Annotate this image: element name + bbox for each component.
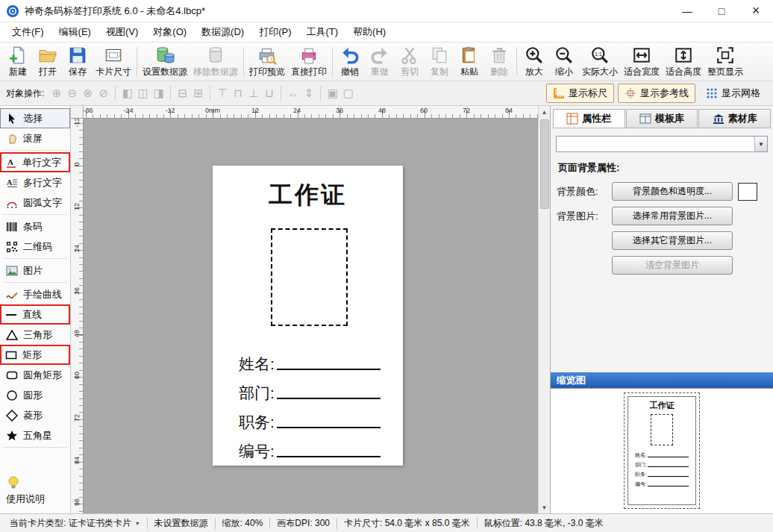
print-preview-button[interactable]: 打印预览	[246, 43, 288, 80]
zoom-in-button[interactable]: 放大	[519, 43, 549, 80]
tool-diamond[interactable]: 菱形	[0, 405, 70, 425]
chevron-down-icon[interactable]: ▼	[135, 521, 140, 526]
label-card[interactable]: 工作证 姓名: 部门: 职务: 编号:	[213, 166, 403, 466]
equal-h-spacing-icon[interactable]: ⊟	[175, 85, 190, 101]
subtract-icon[interactable]: ⊖	[64, 85, 80, 101]
undo-button[interactable]: 撤销	[335, 43, 365, 80]
card-field-row[interactable]: 职务:	[239, 401, 381, 431]
distribute-icon[interactable]: ⊔	[261, 85, 277, 101]
menu-edit[interactable]: 编辑(E)	[51, 22, 98, 42]
fit-width-button[interactable]: 适合宽度	[621, 43, 663, 80]
chevron-down-icon[interactable]: ▼	[754, 137, 767, 151]
object-selector-dropdown[interactable]: ▼	[556, 136, 768, 152]
save-button[interactable]: 保存	[63, 43, 93, 80]
same-height-icon[interactable]: ⇕	[301, 85, 316, 101]
tool-curve[interactable]: 手绘曲线	[0, 284, 70, 304]
align-middle-icon[interactable]: ⊓	[230, 85, 245, 101]
rect-icon	[4, 348, 18, 362]
tool-triangle[interactable]: 三角形	[0, 325, 70, 345]
card-field-row[interactable]: 编号:	[239, 431, 381, 460]
ungroup-icon[interactable]: ▢	[340, 85, 356, 101]
vertical-scrollbar[interactable]: ▲ ▼	[538, 106, 550, 513]
card-field-row[interactable]: 部门:	[239, 372, 381, 401]
tool-line[interactable]: 直线	[0, 304, 70, 325]
redo-button[interactable]: 重做	[365, 43, 395, 80]
minimize-button[interactable]: —	[670, 0, 704, 22]
tool-star[interactable]: 五角星	[0, 425, 70, 445]
new-button[interactable]: 新建	[3, 43, 33, 80]
menu-help[interactable]: 帮助(H)	[345, 22, 393, 42]
photo-placeholder[interactable]	[271, 228, 348, 326]
paste-button[interactable]: 粘贴	[454, 43, 484, 80]
canvas-area: -36 -24 -12 0mm 12 24 36 48 60 72 84 -12…	[71, 106, 538, 513]
menu-print[interactable]: 打印(P)	[251, 22, 298, 42]
scroll-down-icon[interactable]: ▼	[539, 501, 551, 513]
clear-bg-image-button[interactable]: 清空背景图片	[612, 256, 733, 275]
tool-single-line-text[interactable]: A 单行文字	[0, 152, 70, 172]
menu-view[interactable]: 视图(V)	[98, 22, 145, 42]
bg-color-swatch[interactable]	[738, 183, 757, 201]
tool-scroll[interactable]: 滚屏	[0, 128, 70, 148]
ruler-label: 12	[251, 107, 259, 114]
align-top-icon[interactable]: ⊤	[214, 85, 230, 101]
card-size-icon	[104, 46, 123, 65]
tab-templates[interactable]: 模板库	[626, 109, 698, 128]
tool-rect[interactable]: 矩形	[0, 345, 70, 365]
bg-image-common-button[interactable]: 选择常用背景图片...	[612, 207, 733, 225]
tool-arc-text[interactable]: 圆弧文字	[0, 193, 70, 213]
group-icon[interactable]: ▣	[325, 85, 340, 101]
tool-barcode[interactable]: 条码	[0, 216, 70, 237]
delete-button[interactable]: 删除	[484, 43, 514, 80]
close-button[interactable]: ×	[739, 0, 773, 22]
tool-multi-line-text[interactable]: A 多行文字	[0, 172, 70, 193]
menu-datasource[interactable]: 数据源(D)	[194, 22, 251, 42]
exclude-icon[interactable]: ⊘	[96, 85, 111, 101]
scroll-up-icon[interactable]: ▲	[539, 106, 551, 118]
menu-object[interactable]: 对象(O)	[145, 22, 194, 42]
align-right-icon[interactable]: ◨	[151, 85, 166, 101]
menu-tools[interactable]: 工具(T)	[298, 22, 345, 42]
bg-color-button[interactable]: 背景颜色和透明度...	[612, 182, 733, 201]
bg-image-other-button[interactable]: 选择其它背景图片...	[612, 231, 733, 250]
tool-qrcode[interactable]: 二维码	[0, 237, 70, 257]
same-width-icon[interactable]: ⇔	[285, 85, 301, 101]
copy-button[interactable]: 复制	[425, 43, 454, 80]
align-bottom-icon[interactable]: ⊥	[245, 85, 261, 101]
direct-print-button[interactable]: 直接打印	[288, 43, 330, 80]
align-center-icon[interactable]: ◫	[135, 85, 151, 101]
set-datasource-button[interactable]: 设置数据源	[140, 43, 190, 80]
show-grid-toggle[interactable]: 显示网格	[699, 84, 767, 103]
design-canvas[interactable]: 工作证 姓名: 部门: 职务: 编号:	[84, 119, 538, 513]
align-left-icon[interactable]: ◧	[119, 85, 135, 101]
card-field-row[interactable]: 姓名:	[239, 343, 381, 372]
maximize-button[interactable]: □	[704, 0, 739, 22]
tool-image[interactable]: 图片	[0, 260, 70, 281]
scroll-thumb[interactable]	[540, 119, 549, 209]
combine-icon[interactable]: ⊕	[48, 85, 64, 101]
dpi-status: 画布DPI: 300	[270, 517, 337, 530]
zoom-out-button[interactable]: 缩小	[549, 43, 579, 80]
card-type-status[interactable]: 当前卡片类型: 证卡证书类卡片 ▼	[3, 517, 147, 530]
card-title[interactable]: 工作证	[213, 179, 403, 212]
fit-height-button[interactable]: 适合高度	[663, 43, 704, 80]
menu-file[interactable]: 文件(F)	[4, 22, 51, 42]
equal-v-spacing-icon[interactable]: ⊞	[190, 85, 206, 101]
full-page-button[interactable]: 整页显示	[704, 43, 746, 80]
card-size-button[interactable]: 卡片尺寸	[93, 43, 134, 80]
remove-datasource-button[interactable]: 移除数据源	[190, 43, 241, 80]
tool-rounded-rect[interactable]: 圆角矩形	[0, 365, 70, 385]
ruler-label: 84	[505, 107, 513, 114]
cut-button[interactable]: 剪切	[395, 43, 425, 80]
actual-size-button[interactable]: 1:1 实际大小	[579, 43, 621, 80]
tool-circle[interactable]: 圆形	[0, 385, 70, 405]
show-guides-toggle[interactable]: 显示参考线	[618, 84, 695, 103]
tab-properties[interactable]: 属性栏	[553, 109, 625, 128]
object-operations-label: 对象操作:	[6, 87, 44, 100]
show-ruler-toggle[interactable]: 显示标尺	[546, 84, 614, 103]
intersect-icon[interactable]: ⊗	[80, 85, 96, 101]
open-button[interactable]: 打开	[33, 43, 63, 80]
tab-assets[interactable]: 素材库	[698, 109, 771, 128]
help-button[interactable]: 使用说明	[0, 471, 70, 513]
tool-select[interactable]: 选择	[0, 108, 70, 128]
actual-size-icon: 1:1	[590, 46, 610, 65]
